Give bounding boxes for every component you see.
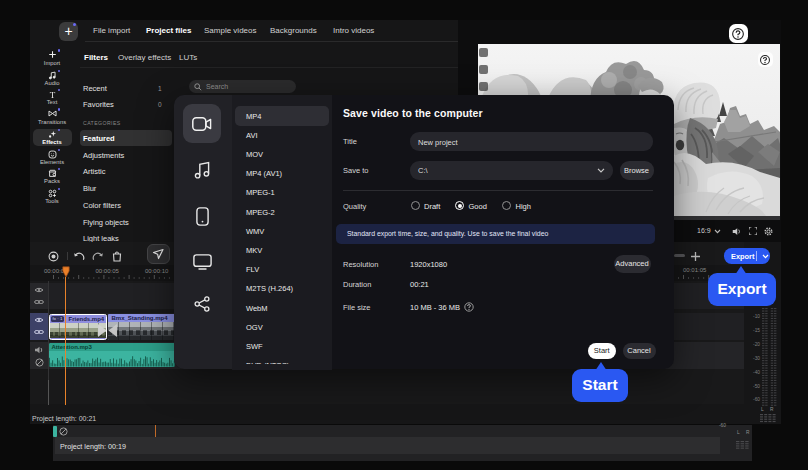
svg-text:T: T: [49, 90, 55, 99]
